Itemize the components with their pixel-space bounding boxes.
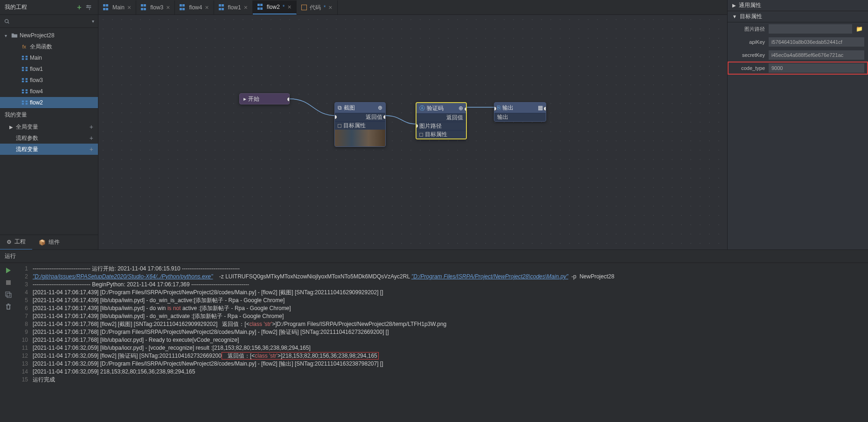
flow-icon — [103, 4, 110, 11]
console-output[interactable]: 1------------------------------- 运行开始: 2… — [17, 263, 868, 422]
chevron-down-icon[interactable]: ▾ — [92, 19, 94, 24]
editor-tab[interactable]: 代码*× — [297, 0, 338, 14]
prop-input[interactable] — [769, 63, 864, 73]
console-line: 8[2021-11-04 17:06:17,768] [flow2] [截图] … — [17, 320, 868, 328]
search-row[interactable]: ▾ — [0, 15, 98, 28]
tree-item[interactable]: Main — [0, 52, 98, 63]
collapse-icon[interactable] — [84, 3, 93, 12]
close-icon[interactable]: × — [288, 3, 292, 11]
add-icon[interactable]: + — [90, 145, 93, 153]
line-number: 6 — [17, 304, 33, 312]
line-number: 8 — [17, 320, 33, 328]
left-tab[interactable]: 📦组件 — [32, 235, 66, 250]
var-row[interactable]: ▶全局变量+ — [0, 121, 98, 132]
tree-item-label: flow2 — [30, 99, 43, 106]
svg-rect-14 — [22, 90, 24, 91]
run-header: 运行 — [0, 250, 868, 263]
editor-tab[interactable]: flow4× — [175, 0, 214, 14]
node-menu-icon[interactable]: ▦ — [538, 104, 543, 111]
close-icon[interactable]: × — [328, 4, 332, 11]
add-icon[interactable]: + — [90, 123, 93, 131]
port-out[interactable] — [287, 97, 290, 102]
tree-root-label: NewProject28 — [20, 32, 55, 39]
port-out[interactable] — [464, 107, 467, 111]
modified-icon: * — [324, 4, 326, 11]
console-line: 13[2021-11-04 17:06:32,059] [D:/Program … — [17, 360, 868, 368]
prop-input[interactable] — [769, 37, 864, 47]
tree-item-label: flow3 — [30, 77, 43, 83]
folder-icon[interactable]: 📁 — [856, 26, 864, 32]
close-icon[interactable]: × — [244, 4, 248, 11]
node-verify[interactable]: Ⓐ验证码⊕ 返回值 图片路径 目标属性 — [416, 102, 467, 139]
node-output[interactable]: ⎘输出▦ 输出 — [494, 102, 546, 122]
close-icon[interactable]: × — [205, 4, 208, 11]
prop-row: secretKey — [728, 48, 868, 62]
verify-icon: Ⓐ — [419, 104, 425, 112]
left-tab-label: 工程 — [14, 238, 26, 246]
stop-icon[interactable] — [5, 279, 12, 286]
editor-tab[interactable]: flow3× — [136, 0, 175, 14]
add-icon[interactable]: + — [75, 3, 84, 12]
tree-item[interactable]: flow2 — [0, 97, 98, 108]
tree-item[interactable]: flow1 — [0, 63, 98, 75]
prop-row: apiKey — [728, 35, 868, 48]
item-icon — [21, 88, 30, 95]
node-menu-icon[interactable]: ⊕ — [458, 105, 463, 111]
var-row[interactable]: 流程参数+ — [0, 132, 98, 144]
node-start[interactable]: ▸开始 — [239, 93, 290, 104]
svg-rect-10 — [22, 78, 24, 80]
tree-item[interactable]: fx全局函数 — [0, 41, 98, 52]
item-icon: fx — [21, 43, 30, 50]
console-line: 3------------------------------- BeginPy… — [17, 281, 868, 289]
play-icon[interactable] — [5, 267, 12, 274]
project-tree: ▾ NewProject28 fx全局函数Mainflow1flow3flow4… — [0, 28, 98, 108]
close-icon[interactable]: × — [166, 4, 170, 11]
close-icon[interactable]: × — [127, 4, 131, 11]
console-line: 1------------------------------- 运行开始: 2… — [17, 265, 868, 273]
prop-input[interactable] — [769, 24, 852, 34]
node-capture[interactable]: ⧉截图⊕ 返回值 目标属性 — [334, 102, 386, 147]
var-label: 全局变量 — [16, 123, 38, 131]
svg-rect-15 — [26, 90, 28, 91]
editor-tab[interactable]: Main× — [98, 0, 136, 14]
prop-input[interactable] — [769, 50, 864, 60]
console-line: 2"D:/git/rpa/issues/RPASetupDate2020/Stu… — [17, 273, 868, 281]
code-icon — [301, 5, 307, 10]
var-row[interactable]: 流程变量+ — [0, 144, 98, 155]
editor-tab[interactable]: flow1× — [214, 0, 253, 14]
tree-item[interactable]: flow4 — [0, 86, 98, 97]
node-menu-icon[interactable]: ⊕ — [378, 104, 382, 111]
target-props-header[interactable]: ▼目标属性 — [728, 11, 868, 22]
expand-icon[interactable] — [338, 124, 341, 128]
svg-rect-6 — [22, 67, 24, 69]
pkg-icon: 📦 — [39, 239, 46, 246]
left-tabbar: ⚙工程📦组件 — [0, 235, 98, 249]
left-tab[interactable]: ⚙工程 — [0, 235, 32, 250]
general-props-header[interactable]: ▶通用属性 — [728, 0, 868, 11]
port-out[interactable] — [543, 106, 546, 111]
tree-item-label: flow4 — [30, 88, 43, 95]
editor-tab[interactable]: flow2*× — [253, 0, 297, 14]
svg-rect-22 — [6, 280, 11, 285]
copy-icon[interactable] — [5, 291, 12, 298]
svg-rect-21 — [26, 103, 28, 105]
svg-rect-11 — [26, 78, 28, 80]
flow-icon — [141, 4, 147, 11]
gear-icon: ⚙ — [7, 239, 12, 245]
editor-tabbar: Main×flow3×flow4×flow1×flow2*×代码*× — [98, 0, 727, 15]
prop-row: 图片路径📁 — [728, 22, 868, 35]
add-icon[interactable]: + — [90, 134, 93, 142]
tree-item[interactable]: flow3 — [0, 75, 98, 86]
console-line: 6[2021-11-04 17:06:17,439] [lib/ubpa/iwi… — [17, 304, 868, 312]
port-out[interactable] — [383, 115, 386, 119]
expand-icon[interactable] — [419, 133, 423, 137]
canvas[interactable]: ▸开始 ⧉截图⊕ 返回值 目标属性 Ⓐ验证码⊕ 返回值 图片路径 目标属性 — [98, 15, 727, 249]
tab-label: flow1 — [228, 4, 241, 11]
prop-label: apiKey — [731, 39, 765, 45]
caret-icon: ▶ — [9, 125, 16, 130]
line-number: 9 — [17, 328, 33, 336]
console-line: 14[2021-11-04 17:06:32,059] 218,153;82,8… — [17, 368, 868, 376]
tree-root[interactable]: ▾ NewProject28 — [0, 30, 98, 41]
trash-icon[interactable] — [5, 303, 12, 311]
console-panel: 运行 1------------------------------- 运行开始… — [0, 249, 868, 422]
